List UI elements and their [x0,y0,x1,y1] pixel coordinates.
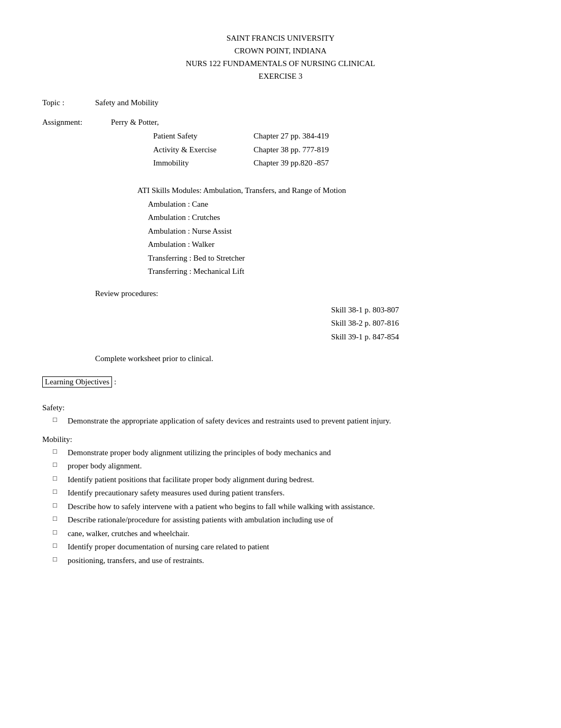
assignment-label: Assignment: [42,118,100,127]
ati-item-6: Transferring : Mechanical Lift [148,265,519,279]
mobility-bullet-text-9: positioning, transfers, and use of restr… [68,555,204,567]
book-ref-2: Chapter 38 pp. 777-819 [254,143,329,157]
mobility-bullet-4: □ Identify precautionary safety measures… [53,487,519,499]
mobility-bullet-text-7: cane, walker, crutches and wheelchair. [68,528,190,540]
skill-row-2: Skill 38-2 p. 807-816 [211,317,519,330]
header-line-1: SAINT FRANCIS UNIVERSITY [42,32,519,44]
skills-block: Skill 38-1 p. 803-807 Skill 38-2 p. 807-… [211,303,519,344]
mobility-bullet-3: □ Identify patient positions that facili… [53,474,519,486]
header-line-2: CROWN POINT, INDIANA [42,44,519,57]
mobility-bullet-text-3: Identify patient positions that facilita… [68,474,314,486]
mobility-bullet-text-8: Identify proper documentation of nursing… [68,541,269,553]
learning-objectives-section: Learning Objectives: [42,376,519,395]
assignment-section: Assignment: Perry & Potter, Patient Safe… [42,118,519,170]
mobility-bullet-text-2: proper body alignment. [68,460,142,472]
book-name-1: Patient Safety [153,130,238,143]
ati-item-2: Ambulation : Crutches [148,211,519,225]
mobility-bullet-9: □ positioning, transfers, and use of res… [53,555,519,567]
skill-row-3: Skill 39-1 p. 847-854 [211,330,519,344]
book-row-1: Patient Safety Chapter 27 pp. 384-419 [153,130,519,143]
review-title: Review procedures: [95,289,519,298]
bullet-icon-m2: □ [53,460,63,469]
mobility-bullet-2: □ proper body alignment. [53,460,519,472]
mobility-bullet-text-1: Demonstrate proper body alignment utiliz… [68,447,331,459]
mobility-bullet-7: □ cane, walker, crutches and wheelchair. [53,528,519,540]
ati-title: ATI Skills Modules: Ambulation, Transfer… [137,186,519,195]
book-name-3: Immobility [153,156,238,170]
bullet-icon-m3: □ [53,474,63,483]
bullet-icon-m7: □ [53,528,63,537]
topic-section: Topic : Safety and Mobility [42,98,519,107]
mobility-header: Mobility: [42,435,519,444]
document-header: SAINT FRANCIS UNIVERSITY CROWN POINT, IN… [42,32,519,82]
topic-label: Topic : [42,98,85,107]
learning-objectives-label: Learning Objectives [42,376,112,388]
safety-bullet-1: □ Demonstrate the appropriate applicatio… [53,415,519,427]
assignment-books: Patient Safety Chapter 27 pp. 384-419 Ac… [153,130,519,170]
skill-row-1: Skill 38-1 p. 803-807 [211,303,519,317]
mobility-bullet-1: □ Demonstrate proper body alignment util… [53,447,519,459]
bullet-icon-m8: □ [53,541,63,550]
ati-item-5: Transferring : Bed to Stretcher [148,252,519,265]
ati-item-1: Ambulation : Cane [148,198,519,211]
ati-item-3: Ambulation : Nurse Assist [148,225,519,238]
mobility-bullet-5: □ Describe how to safely intervene with … [53,501,519,513]
book-ref-1: Chapter 27 pp. 384-419 [254,130,329,143]
mobility-bullet-8: □ Identify proper documentation of nursi… [53,541,519,553]
mobility-section: Mobility: □ Demonstrate proper body alig… [42,435,519,567]
header-line-4: EXERCISE 3 [42,70,519,82]
assignment-row: Assignment: Perry & Potter, [42,118,519,127]
mobility-bullet-text-6: Describe rationale/procedure for assisti… [68,514,333,526]
mobility-bullet-6: □ Describe rationale/procedure for assis… [53,514,519,526]
learning-objectives-colon: : [114,377,116,386]
bullet-icon-1: □ [53,416,63,424]
bullet-icon-m1: □ [53,447,63,456]
ati-section: ATI Skills Modules: Ambulation, Transfer… [137,186,519,279]
bullet-icon-m6: □ [53,514,63,523]
bullet-icon-m4: □ [53,487,63,496]
complete-section: Complete worksheet prior to clinical. [95,354,519,363]
topic-value: Safety and Mobility [95,98,158,107]
bullet-icon-m5: □ [53,501,63,510]
assignment-value: Perry & Potter, [111,118,159,127]
ati-item-4: Ambulation : Walker [148,238,519,252]
header-line-3: NURS 122 FUNDAMENTALS OF NURSING CLINICA… [42,57,519,70]
mobility-bullet-text-4: Identify precautionary safety measures u… [68,487,285,499]
safety-section: Safety: □ Demonstrate the appropriate ap… [42,403,519,427]
book-row-2: Activity & Exercise Chapter 38 pp. 777-8… [153,143,519,157]
mobility-bullet-text-5: Describe how to safely intervene with a … [68,501,375,513]
safety-header: Safety: [42,403,519,412]
complete-text: Complete worksheet prior to clinical. [95,354,213,363]
book-ref-3: Chapter 39 pp.820 -857 [254,156,329,170]
bullet-icon-m9: □ [53,555,63,564]
book-name-2: Activity & Exercise [153,143,238,157]
safety-bullet-text-1: Demonstrate the appropriate application … [68,415,391,427]
book-row-3: Immobility Chapter 39 pp.820 -857 [153,156,519,170]
review-section: Review procedures: Skill 38-1 p. 803-807… [95,289,519,344]
